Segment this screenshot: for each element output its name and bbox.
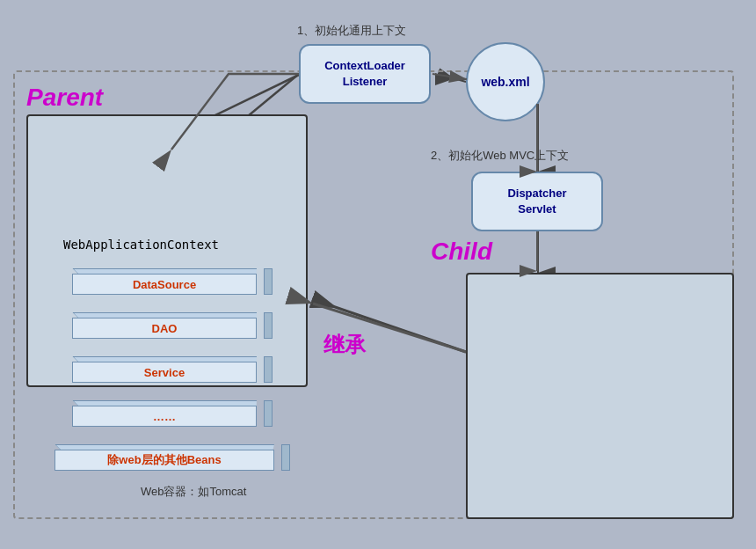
dispatcher-servlet-box: Dispatcher Servlet: [471, 172, 603, 231]
service-bar-front: Service: [72, 362, 257, 383]
parent-container: WebApplicationContext DataSource DAO Ser…: [26, 114, 308, 387]
parent-dots-bar-side: [264, 400, 273, 427]
service-bar-side: [264, 356, 273, 383]
webxml-label: web.xml: [481, 75, 529, 89]
dao-label: DAO: [152, 322, 178, 335]
web-app-context-label: WebApplicationContext: [63, 238, 219, 252]
parent-dots-label: ……: [153, 410, 176, 423]
child-label: Child: [431, 238, 492, 266]
service-bar: Service: [72, 356, 265, 383]
child-container: Controller HandlerMapping HandlerAdapter…: [466, 273, 734, 519]
other-beans-bar: 除web层的其他Beans: [55, 444, 283, 471]
dao-bar-side: [264, 312, 273, 339]
parent-bars: DataSource DAO Service ……: [55, 261, 283, 478]
step2-annotation: 2、初始化Web MVC上下文: [431, 148, 569, 164]
context-loader-box: ContextLoader Listener: [299, 44, 431, 104]
datasource-label: DataSource: [133, 278, 196, 291]
datasource-bar: DataSource: [72, 268, 265, 295]
service-label: Service: [144, 366, 185, 379]
other-beans-bar-side: [281, 444, 290, 471]
inheritance-label: 继承: [323, 331, 366, 359]
context-loader-label: ContextLoader Listener: [324, 58, 405, 90]
datasource-bar-front: DataSource: [72, 274, 257, 295]
datasource-bar-side: [264, 268, 273, 295]
webxml-circle: web.xml: [466, 42, 545, 121]
dao-bar: DAO: [72, 312, 265, 339]
step1-annotation: 1、初始化通用上下文: [297, 23, 406, 39]
parent-label: Parent: [26, 84, 103, 112]
other-beans-bar-front: 除web层的其他Beans: [55, 450, 274, 471]
parent-dots-bar: ……: [72, 400, 265, 427]
parent-dots-bar-front: ……: [72, 406, 257, 427]
dispatcher-label: Dispatcher Servlet: [507, 186, 566, 217]
web-container-label: Web容器：如Tomcat: [141, 484, 246, 500]
dao-bar-front: DAO: [72, 318, 257, 339]
other-beans-label: 除web层的其他Beans: [107, 452, 221, 468]
